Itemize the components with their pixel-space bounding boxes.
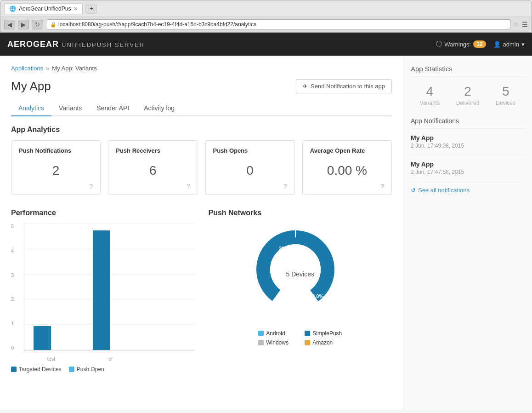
refresh-icon: ↺ xyxy=(411,187,416,194)
stat-variants: 4 Variants xyxy=(411,84,449,106)
chart-area xyxy=(24,224,195,350)
browser-refresh-button[interactable]: ↻ xyxy=(32,20,43,29)
browser-address-bar[interactable]: 🔒 localhost:8080/ag-push/#/app/9cacb7b4-… xyxy=(46,19,510,29)
push-receivers-help-icon[interactable]: ? xyxy=(187,183,190,190)
legend-push-open: Push Open xyxy=(69,366,104,373)
bar-group-ef xyxy=(93,230,129,350)
card-push-opens-title: Push Opens xyxy=(213,147,287,154)
legend-windows-label: Windows xyxy=(266,339,289,346)
app-analytics-title: App Analytics xyxy=(11,126,392,134)
app-wrapper: AEROGEAR UNIFIEDPUSH SERVER ⓘ Warnings: … xyxy=(0,33,532,410)
card-push-notifications: Push Notifications 2 ? xyxy=(11,140,101,195)
legend-targeted-label: Targeted Devices xyxy=(19,366,62,373)
push-notifications-help-icon[interactable]: ? xyxy=(89,183,93,190)
legend-android-dot xyxy=(258,331,264,336)
send-notification-button[interactable]: ✈ Send Notification to this app xyxy=(296,79,392,93)
legend-windows: Windows xyxy=(258,339,295,346)
y-label-3: 3 xyxy=(11,272,21,278)
donut-chart-container: 20.0% 80.0% 5 Devices Android xyxy=(209,224,392,346)
donut-svg: 20.0% 80.0% xyxy=(249,224,341,315)
see-all-notifications-link[interactable]: ↺ See all notifications xyxy=(411,187,525,194)
notification-time-1: 2 Jun, 17:47:58, 2015 xyxy=(411,169,525,175)
warning-icon: ⓘ xyxy=(436,40,442,48)
stat-delivered-value: 2 xyxy=(449,84,487,99)
legend-push-open-dot xyxy=(69,367,74,372)
stat-devices-label: Devices xyxy=(487,100,525,106)
notification-app-1: My App xyxy=(411,161,525,168)
bars-container xyxy=(34,224,186,350)
analytics-cards: Push Notifications 2 ? Push Receivers 6 … xyxy=(11,140,392,195)
tab-analytics[interactable]: Analytics xyxy=(11,101,51,116)
notification-item-0: My App 2 Jun, 17:49:08, 2015 xyxy=(411,134,525,155)
tab-activity-log[interactable]: Activity log xyxy=(136,101,182,116)
notification-time-0: 2 Jun, 17:49:08, 2015 xyxy=(411,143,525,149)
warnings-label: Warnings: xyxy=(444,41,471,48)
browser-menu-icon[interactable]: ☰ xyxy=(522,21,528,28)
average-open-rate-help-icon[interactable]: ? xyxy=(380,183,384,190)
tab-sender-api[interactable]: Sender API xyxy=(89,101,136,116)
browser-bookmark-icon[interactable]: ☆ xyxy=(513,21,519,28)
legend-windows-dot xyxy=(258,340,264,345)
push-opens-help-icon[interactable]: ? xyxy=(283,183,287,190)
browser-tab[interactable]: 🌐 AeroGear UnifiedPus ✕ xyxy=(4,3,83,14)
navbar-warnings[interactable]: ⓘ Warnings: 12 xyxy=(436,40,486,48)
browser-address-text: localhost:8080/ag-push/#/app/9cacb7b4-ec… xyxy=(58,21,506,28)
stat-devices: 5 Devices xyxy=(487,84,525,106)
browser-new-tab-button[interactable]: + xyxy=(85,4,97,14)
y-label-2: 2 xyxy=(11,296,21,302)
donut-center-label: 5 Devices xyxy=(286,270,314,278)
legend-push-open-label: Push Open xyxy=(77,366,104,373)
legend-targeted-dot xyxy=(11,367,17,372)
charts-row: Performance 0 1 2 3 4 5 xyxy=(11,209,392,373)
page-title: My App xyxy=(11,79,51,93)
legend-amazon: Amazon xyxy=(305,339,342,346)
breadcrumb-separator: » xyxy=(46,65,49,72)
card-average-open-rate-value: 0.00 % xyxy=(310,163,384,178)
admin-icon: 👤 xyxy=(493,41,501,48)
card-push-notifications-title: Push Notifications xyxy=(19,147,93,154)
legend-simplepush-dot xyxy=(305,331,310,336)
card-average-open-rate: Average Open Rate 0.00 % ? xyxy=(302,140,392,195)
send-button-label: Send Notification to this app xyxy=(311,83,385,90)
browser-tab-title: AeroGear UnifiedPus xyxy=(19,6,71,12)
card-push-notifications-value: 2 xyxy=(19,163,93,178)
chart-legend: Targeted Devices Push Open xyxy=(11,366,195,373)
donut-svg-wrapper: 20.0% 80.0% 5 Devices xyxy=(249,224,351,325)
stat-delivered-label: Delivered xyxy=(449,100,487,106)
browser-tab-close[interactable]: ✕ xyxy=(74,6,78,12)
push-networks-section: Push Networks xyxy=(209,209,392,373)
breadcrumb-current: My App: Variants xyxy=(52,65,96,72)
performance-section: Performance 0 1 2 3 4 5 xyxy=(11,209,195,373)
browser-toolbar: ◀ ▶ ↻ 🔒 localhost:8080/ag-push/#/app/9ca… xyxy=(0,17,532,32)
y-label-5: 5 xyxy=(11,224,21,229)
sidebar: App Statistics 4 Variants 2 Delivered 5 … xyxy=(403,56,532,410)
simplepush-percent-label: 80.0% xyxy=(309,293,323,299)
stat-delivered: 2 Delivered xyxy=(449,84,487,106)
browser-back-button[interactable]: ◀ xyxy=(4,20,15,29)
sidebar-stats-title: App Statistics xyxy=(411,65,525,77)
sidebar-stats-grid: 4 Variants 2 Delivered 5 Devices xyxy=(411,84,525,106)
admin-chevron-icon: ▾ xyxy=(521,41,525,48)
stat-devices-value: 5 xyxy=(487,84,525,99)
navbar-admin-menu[interactable]: 👤 admin ▾ xyxy=(493,41,525,48)
legend-android-label: Android xyxy=(266,330,285,337)
browser-chrome: 🌐 AeroGear UnifiedPus ✕ + ◀ ▶ ↻ 🔒 localh… xyxy=(0,0,532,33)
send-icon: ✈ xyxy=(303,83,308,90)
stat-variants-label: Variants xyxy=(411,100,449,106)
see-all-label: See all notifications xyxy=(418,187,470,194)
browser-titlebar: 🌐 AeroGear UnifiedPus ✕ + xyxy=(0,0,532,17)
android-percent-label: 20.0% xyxy=(279,246,293,251)
navbar-brand-sub: UNIFIEDPUSH SERVER xyxy=(62,41,145,48)
bar-test-targeted xyxy=(34,326,51,350)
bar-group-test-bars xyxy=(34,326,70,350)
legend-amazon-dot xyxy=(305,340,310,345)
browser-forward-button[interactable]: ▶ xyxy=(18,20,29,29)
notification-item-1: My App 2 Jun, 17:47:58, 2015 xyxy=(411,161,525,181)
tab-variants[interactable]: Variants xyxy=(51,101,89,116)
legend-targeted-devices: Targeted Devices xyxy=(11,366,62,373)
card-push-receivers-title: Push Receivers xyxy=(116,147,190,154)
breadcrumb-applications-link[interactable]: Applications xyxy=(11,65,43,72)
navbar-right: ⓘ Warnings: 12 👤 admin ▾ xyxy=(436,40,525,48)
x-axis-labels: test ef xyxy=(24,350,195,361)
x-label-ef: ef xyxy=(92,356,129,361)
